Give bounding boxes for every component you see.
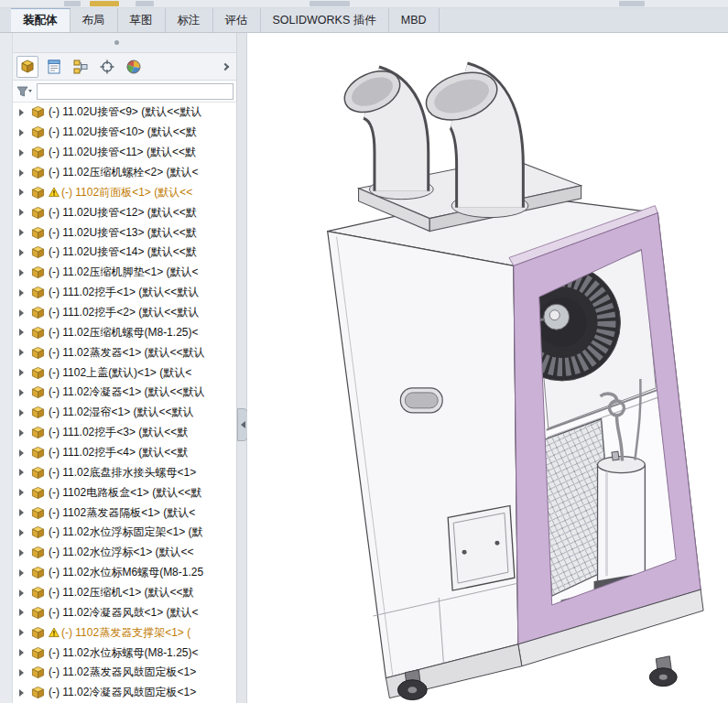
tree-item[interactable]: (-) 11.02U接管<11> (默认<<默: [13, 143, 223, 163]
tree-item-label: (-) 11.02U接管<13> (默认<<默: [49, 225, 197, 241]
tree-item[interactable]: (-) 111.02挖手<3> (默认<<默: [13, 423, 223, 443]
expand-arrow-icon[interactable]: [19, 189, 24, 196]
expand-arrow-icon[interactable]: [19, 309, 24, 317]
featuremanager-tree-tab[interactable]: [16, 56, 38, 78]
panel-splitter[interactable]: [236, 33, 247, 703]
part-icon: [31, 206, 45, 220]
tree-item[interactable]: (-) 111.02挖手<1> (默认<<默认: [13, 283, 223, 303]
expand-arrow-icon[interactable]: [19, 629, 24, 636]
expand-arrow-icon[interactable]: [19, 569, 24, 577]
part-icon: [31, 226, 45, 240]
expand-arrow-icon[interactable]: [19, 349, 24, 356]
expand-arrow-icon[interactable]: [19, 129, 24, 136]
expand-arrow-icon[interactable]: [19, 649, 24, 656]
panel-expand-button[interactable]: [218, 58, 233, 76]
displaymanager-tab[interactable]: [123, 56, 145, 78]
expand-arrow-icon[interactable]: [19, 589, 24, 597]
tree-item[interactable]: (-) 111.02挖手<2> (默认<<默认: [13, 303, 223, 323]
expand-arrow-icon[interactable]: [19, 549, 24, 557]
front-access-door[interactable]: [448, 505, 515, 590]
ribbon-tab[interactable]: 布局: [71, 8, 118, 32]
propertymanager-tab[interactable]: [43, 56, 65, 78]
expand-arrow-icon[interactable]: [19, 389, 24, 396]
menubar-fragment: [310, 1, 350, 6]
expand-arrow-icon[interactable]: [19, 509, 24, 516]
tree-item[interactable]: (-) 11.02U接管<14> (默认<<默: [13, 243, 223, 263]
front-handle-recess[interactable]: [400, 388, 442, 413]
expand-arrow-icon[interactable]: [19, 409, 24, 416]
ribbon-tab[interactable]: 标注: [166, 8, 213, 32]
graphics-area[interactable]: [247, 33, 728, 703]
caster-wheel-right[interactable]: [649, 656, 677, 687]
tree-item-label: (-) 11.02蒸发器风鼓固定板<1>: [49, 665, 196, 680]
assembly-model[interactable]: [247, 33, 728, 703]
expand-arrow-icon[interactable]: [19, 469, 24, 476]
filter-funnel-icon[interactable]: [16, 85, 34, 98]
tree-item[interactable]: (-) 1102电路板盒<1> (默认<<默: [13, 482, 223, 503]
expand-arrow-icon[interactable]: [19, 609, 24, 616]
tree-item-label: (-) 11.02U接管<12> (默认<<默: [49, 205, 197, 221]
tree-item[interactable]: (-) 11.02压缩机脚垫<1> (默认<: [13, 263, 223, 283]
expand-arrow-icon[interactable]: [19, 429, 24, 437]
part-icon: [31, 606, 45, 620]
tree-item[interactable]: (-) 11.02冷凝器风鼓<1> (默认<: [13, 602, 223, 622]
tree-item[interactable]: (-) 11.02水位浮标<1> (默认<<: [13, 543, 223, 563]
tree-item[interactable]: (-) 11.02水位标M6螺母(M8-1.25: [13, 563, 223, 583]
part-icon: [31, 166, 45, 179]
tree-item[interactable]: (-) 11.02蒸发器<1> (默认<<默认: [13, 342, 223, 362]
tree-item[interactable]: (-) 11.02水位浮标固定架<1> (默: [13, 523, 223, 543]
ribbon-tab[interactable]: SOLIDWORKS 插件: [261, 8, 389, 32]
tree-item[interactable]: (-) 1102上盖(默认)<1> (默认<: [13, 362, 223, 383]
expand-arrow-icon[interactable]: [19, 249, 24, 256]
ribbon-tab-label: 标注: [178, 13, 201, 28]
expand-arrow-icon[interactable]: [19, 529, 24, 536]
expand-arrow-icon[interactable]: [19, 149, 24, 157]
tree-item[interactable]: (-) 1102前面板<1> (默认<<: [13, 182, 223, 202]
ribbon-tab[interactable]: 装配体: [11, 8, 71, 32]
expand-arrow-icon[interactable]: [19, 669, 24, 676]
expand-arrow-icon[interactable]: [19, 369, 24, 376]
tree-item[interactable]: (-) 11.02U接管<12> (默认<<默: [13, 202, 223, 222]
expand-arrow-icon[interactable]: [19, 489, 24, 496]
tree-item[interactable]: (-) 111.02挖手<4> (默认<<默: [13, 443, 223, 463]
tree-item[interactable]: (-) 11.02蒸发器风鼓固定板<1>: [13, 663, 223, 683]
compressor-cylinder[interactable]: [598, 457, 646, 589]
tree-item[interactable]: (-) 11.02U接管<13> (默认<<默: [13, 222, 223, 243]
expand-arrow-icon[interactable]: [19, 449, 24, 457]
configurationmanager-tab[interactable]: [70, 56, 92, 78]
expand-chevron-icon: [222, 62, 229, 70]
tree-item[interactable]: (-) 11.02U接管<10> (默认<<默: [13, 123, 223, 143]
duct-elbow-left[interactable]: [338, 63, 433, 200]
warning-icon: [49, 187, 60, 198]
expand-arrow-icon[interactable]: [19, 689, 24, 697]
tree-item[interactable]: (-) 11.02压缩机螺栓<2> (默认<: [13, 163, 223, 183]
ribbon-tab[interactable]: MBD: [389, 8, 440, 32]
filter-input[interactable]: [37, 83, 234, 100]
tree-item-label: (-) 11.02水位浮标<1> (默认<<: [49, 545, 194, 560]
tree-item[interactable]: (-) 11.02压缩机<1> (默认<<默: [13, 583, 223, 603]
tree-item[interactable]: (-) 11.02U接管<9> (默认<<默认: [13, 103, 223, 123]
tree-item[interactable]: (-) 1102蒸发器支撑架<1> (: [13, 622, 223, 643]
ribbon-tab[interactable]: 评估: [213, 8, 261, 32]
tree-item[interactable]: (-) 11.02底盘排水接头螺母<1>: [13, 462, 223, 482]
tree-item[interactable]: (-) 11.02压缩机螺母(M8-1.25)<: [13, 322, 223, 342]
expand-arrow-icon[interactable]: [19, 329, 24, 336]
ribbon-tab[interactable]: 草图: [118, 8, 166, 32]
tree-item[interactable]: (-) 1102蒸发器隔板<1> (默认<: [13, 503, 223, 523]
expand-arrow-icon[interactable]: [19, 229, 24, 236]
panel-splitter-grip[interactable]: [114, 40, 119, 45]
tree-item[interactable]: (-) 11.02冷凝器风鼓固定板<1>: [13, 683, 223, 703]
expand-arrow-icon[interactable]: [19, 209, 24, 216]
expand-arrow-icon[interactable]: [19, 269, 24, 276]
part-icon: [31, 125, 45, 139]
expand-arrow-icon[interactable]: [19, 109, 24, 116]
dimxpertmanager-tab[interactable]: [96, 56, 118, 78]
tree-item[interactable]: (-) 11.02湿帘<1> (默认<<默认: [13, 403, 223, 423]
tree-item[interactable]: (-) 11.02水位标螺母(M8-1.25)<: [13, 643, 223, 663]
expand-arrow-icon[interactable]: [19, 289, 24, 297]
ribbon-tab-label: 草图: [130, 13, 153, 28]
expand-arrow-icon[interactable]: [19, 169, 24, 177]
tree-item[interactable]: (-) 11.02冷凝器<1> (默认<<默认: [13, 383, 223, 403]
tree-item-label: (-) 11.02底盘排水接头螺母<1>: [49, 465, 196, 481]
cabinet-front-panel[interactable]: [328, 232, 518, 678]
